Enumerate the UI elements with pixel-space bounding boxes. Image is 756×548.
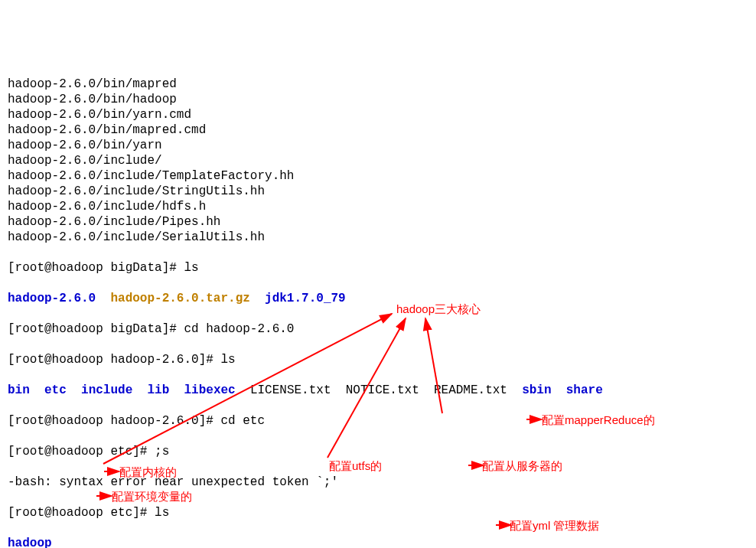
note-mapper: 配置mapperReduce的 (542, 413, 655, 428)
tar-output: hadoop-2.6.0/bin/mapredhadoop-2.6.0/bin/… (8, 77, 748, 245)
ls-output-hadoop-root: bin etc include lib libexec LICENSE.txt … (8, 383, 748, 398)
prompt-cd-hadoop[interactable]: [root@hoadoop bigData]# cd hadoop-2.6.0 (8, 321, 748, 337)
note-env: 配置环境变量的 (112, 490, 192, 504)
note-core-title: hadoop三大核心 (396, 302, 481, 317)
note-slaves: 配置从服务器的 (482, 459, 562, 474)
prompt-ls-bigdata[interactable]: [root@hoadoop bigData]# ls (8, 260, 748, 276)
note-core: 配置内核的 (119, 465, 177, 480)
prompt-typo[interactable]: [root@hoadoop etc]# ;s (8, 444, 748, 459)
prompt-ls-hadoop[interactable]: [root@hoadoop hadoop-2.6.0]# ls (8, 352, 748, 367)
note-utfs: 配置utfs的 (329, 459, 382, 474)
prompt-ls-etc[interactable]: [root@hoadoop etc]# ls (8, 505, 748, 520)
ls-output-bigdata: hadoop-2.6.0 hadoop-2.6.0.tar.gz jdk1.7.… (8, 291, 748, 306)
ls-output-etc: hadoop (8, 536, 748, 548)
note-yml: 配置yml 管理数据 (510, 519, 600, 533)
